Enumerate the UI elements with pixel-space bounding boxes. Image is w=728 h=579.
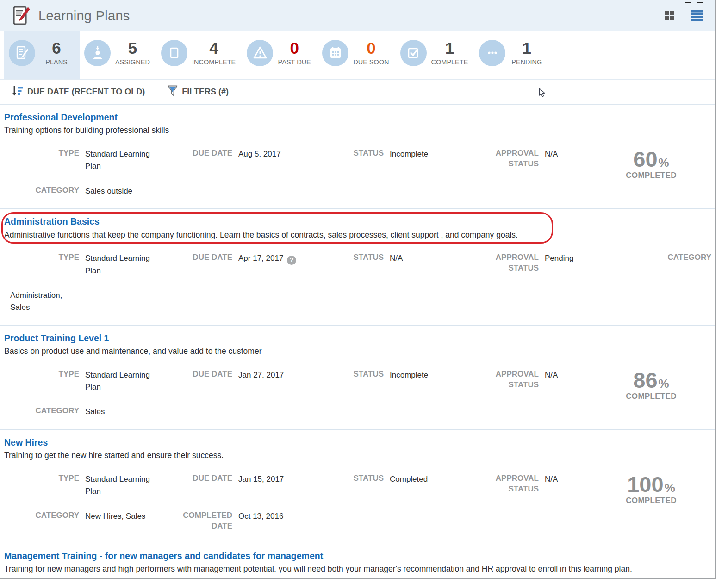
plan-list: Professional Development Training option… bbox=[0, 105, 715, 579]
type-label: TYPE bbox=[4, 369, 79, 380]
due-date-label: DUE DATE bbox=[158, 369, 232, 380]
page-title: Learning Plans bbox=[38, 8, 130, 24]
plan-details: TYPE Standard Learning Plan DUE DATE Jan… bbox=[4, 369, 711, 418]
category-label: CATEGORY bbox=[616, 252, 711, 263]
stat-tile-plans[interactable]: 6 PLANS bbox=[4, 31, 80, 79]
assigned-person-icon bbox=[84, 40, 111, 66]
plan-description: Training for new managers and high perfo… bbox=[4, 564, 711, 574]
plan-card-professional-development: Professional Development Training option… bbox=[0, 105, 715, 208]
assigned-count: 5 bbox=[128, 40, 137, 57]
category-label: CATEGORY bbox=[4, 510, 79, 521]
status-value: Completed bbox=[384, 473, 484, 485]
category-label: CATEGORY bbox=[4, 406, 79, 416]
list-view-icon bbox=[691, 9, 703, 23]
stat-tile-pending[interactable]: 1 PENDING bbox=[474, 31, 550, 79]
approval-status-label: APPROVAL STATUS bbox=[484, 369, 539, 390]
incomplete-label: INCOMPLETE bbox=[192, 58, 236, 66]
stat-tile-due-soon[interactable]: 0 DUE SOON bbox=[317, 31, 395, 79]
sort-label: DUE DATE (RECENT TO OLD) bbox=[27, 87, 145, 97]
completed-date-value: Oct 13, 2016 bbox=[232, 510, 348, 522]
type-label: TYPE bbox=[4, 252, 79, 263]
approval-status-value: N/A bbox=[539, 148, 616, 160]
pending-ellipsis-icon bbox=[479, 40, 505, 66]
sort-filter-bar: DUE DATE (RECENT TO OLD) FILTERS (#) bbox=[0, 80, 715, 105]
plan-title-link[interactable]: New Hires bbox=[4, 437, 711, 448]
stat-tile-past-due[interactable]: 0 PAST DUE bbox=[242, 31, 317, 79]
status-label: STATUS bbox=[348, 473, 384, 484]
stat-tile-assigned[interactable]: 5 ASSIGNED bbox=[80, 31, 156, 79]
type-value: Standard Learning Plan bbox=[79, 148, 158, 173]
status-value: Incomplete bbox=[384, 148, 484, 160]
category-value: New Hires, Sales bbox=[79, 510, 158, 522]
plan-description: Basics on product use and maintenance, a… bbox=[4, 346, 711, 357]
plans-icon bbox=[9, 40, 35, 66]
plans-label: PLANS bbox=[45, 58, 68, 66]
plans-count: 6 bbox=[52, 40, 61, 57]
approval-status-value: N/A bbox=[539, 369, 616, 381]
approval-status-label: APPROVAL STATUS bbox=[484, 473, 539, 495]
due-date-value: Aug 5, 2017 bbox=[232, 148, 348, 160]
plan-title-link[interactable]: Professional Development bbox=[4, 112, 711, 123]
incomplete-count: 4 bbox=[209, 40, 218, 57]
category-value: Sales bbox=[79, 406, 158, 418]
status-label: STATUS bbox=[348, 369, 384, 380]
due-soon-label: DUE SOON bbox=[353, 58, 389, 66]
plan-title-link[interactable]: Administration Basics bbox=[4, 216, 711, 227]
sort-button[interactable]: DUE DATE (RECENT TO OLD) bbox=[12, 85, 145, 99]
past-due-warning-icon bbox=[247, 40, 273, 66]
filter-funnel-icon bbox=[167, 85, 178, 99]
view-toggles bbox=[658, 0, 709, 31]
app-header: Learning Plans bbox=[0, 0, 715, 31]
completed-date-label: COMPLETED DATE bbox=[158, 510, 232, 532]
complete-checkbox-icon bbox=[400, 40, 427, 66]
help-icon[interactable]: ? bbox=[287, 256, 296, 265]
filters-label: FILTERS (#) bbox=[182, 87, 229, 97]
plan-details: TYPE Standard Learning Plan DUE DATE Apr… bbox=[4, 252, 711, 314]
status-label: STATUS bbox=[348, 148, 384, 159]
completion-percent: 100% COMPLETED bbox=[616, 473, 711, 505]
grid-view-icon bbox=[664, 10, 675, 22]
status-value: N/A bbox=[384, 252, 484, 264]
plan-details: TYPE Standard Learning Plan DUE DATE Jan… bbox=[4, 473, 711, 532]
past-due-label: PAST DUE bbox=[278, 58, 311, 66]
due-date-label: DUE DATE bbox=[158, 473, 232, 484]
plan-title-link[interactable]: Management Training - for new managers a… bbox=[4, 550, 711, 561]
past-due-count: 0 bbox=[290, 40, 299, 57]
pending-count: 1 bbox=[523, 40, 531, 57]
category-label: CATEGORY bbox=[4, 185, 79, 196]
due-soon-calendar-icon bbox=[322, 40, 348, 66]
type-value: Standard Learning Plan bbox=[79, 473, 158, 498]
type-label: TYPE bbox=[4, 473, 79, 484]
due-date-value: Apr 17, 2017? bbox=[232, 252, 348, 265]
category-value: Administration, Sales bbox=[4, 290, 79, 314]
assigned-label: ASSIGNED bbox=[115, 58, 150, 66]
plan-card-new-hires: New Hires Training to get the new hire s… bbox=[0, 429, 715, 543]
status-value: Incomplete bbox=[384, 369, 484, 381]
sort-descending-icon bbox=[12, 85, 24, 99]
due-date-value: Jan 15, 2017 bbox=[232, 473, 348, 485]
plan-description: Training options for building profession… bbox=[4, 125, 711, 136]
due-date-label: DUE DATE bbox=[158, 252, 232, 263]
complete-count: 1 bbox=[445, 40, 454, 57]
approval-status-label: APPROVAL STATUS bbox=[484, 252, 539, 274]
incomplete-box-icon bbox=[161, 40, 187, 66]
due-date-value: Jan 27, 2017 bbox=[232, 369, 348, 381]
filters-button[interactable]: FILTERS (#) bbox=[167, 85, 229, 99]
type-value: Standard Learning Plan bbox=[79, 252, 158, 277]
plan-card-product-training-level-1: Product Training Level 1 Basics on produ… bbox=[0, 325, 715, 429]
completion-percent: 60% COMPLETED bbox=[616, 148, 711, 180]
pending-label: PENDING bbox=[511, 58, 542, 66]
plan-title-link[interactable]: Product Training Level 1 bbox=[4, 333, 711, 344]
plan-details: TYPE Standard Learning Plan DUE DATE Aug… bbox=[4, 148, 711, 197]
plan-description: Training to get the new hire started and… bbox=[4, 450, 711, 461]
status-label: STATUS bbox=[348, 252, 384, 263]
approval-status-value: Pending bbox=[539, 252, 616, 264]
stat-tile-complete[interactable]: 1 COMPLETE bbox=[396, 31, 475, 79]
complete-label: COMPLETE bbox=[431, 58, 468, 66]
stat-tile-incomplete[interactable]: 4 INCOMPLETE bbox=[156, 31, 242, 79]
approval-status-value: N/A bbox=[539, 473, 616, 485]
plan-card-management-training: Management Training - for new managers a… bbox=[0, 543, 715, 579]
due-soon-count: 0 bbox=[367, 40, 375, 57]
grid-view-button[interactable] bbox=[658, 3, 681, 29]
list-view-button[interactable] bbox=[685, 3, 709, 29]
